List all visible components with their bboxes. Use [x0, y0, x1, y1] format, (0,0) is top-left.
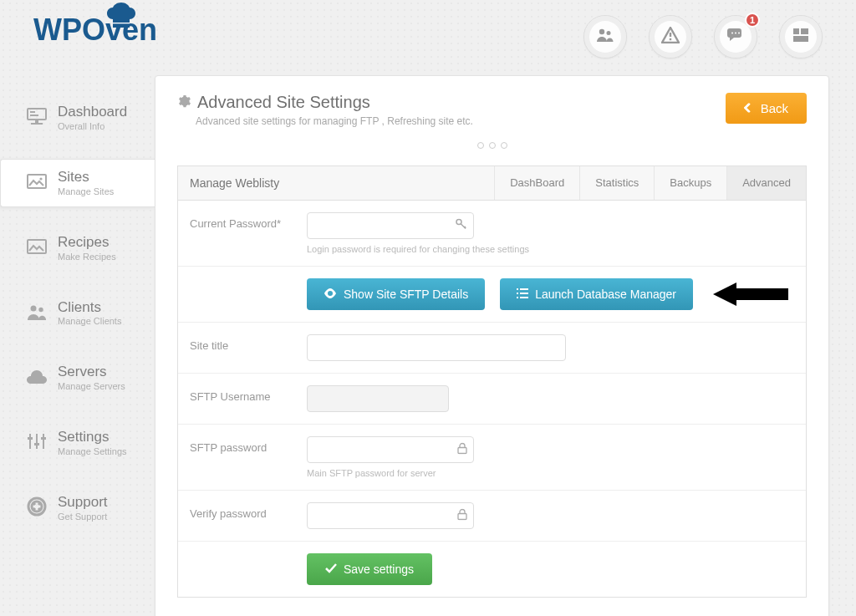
sftp-username-label: SFTP Username: [190, 385, 307, 412]
settings-form: Current Password* Login password is requ…: [177, 201, 807, 598]
page-subtitle: Advanced site settings for managing FTP …: [196, 115, 473, 127]
svg-rect-21: [29, 434, 31, 449]
pager-dots: [177, 137, 807, 152]
sidebar-item-settings[interactable]: Settings Manage Settings: [0, 419, 155, 467]
topbar: WPOven 1: [0, 0, 856, 75]
sidebar-item-sublabel: Make Recipes: [58, 252, 116, 262]
grid-icon: [792, 28, 809, 46]
content-panel: Advanced Site Settings Advanced site set…: [155, 75, 829, 616]
sftp-password-input[interactable]: [307, 436, 474, 463]
tab-statistics[interactable]: Statistics: [579, 166, 654, 200]
alert-icon-button[interactable]: [649, 15, 692, 59]
svg-rect-35: [458, 448, 466, 454]
sftp-password-hint: Main SFTP password for server: [307, 468, 794, 478]
account-icon-button[interactable]: [583, 15, 627, 59]
svg-rect-14: [30, 111, 35, 113]
verify-password-input[interactable]: [307, 502, 474, 529]
lock-icon: [457, 443, 467, 457]
sidebar-item-clients[interactable]: Clients Manage Clients: [0, 289, 155, 338]
sidebar-item-sublabel: Manage Settings: [58, 446, 127, 456]
messages-icon-button[interactable]: 1: [714, 15, 757, 59]
svg-point-2: [607, 31, 611, 35]
svg-rect-8: [793, 28, 799, 34]
logo-wp: WP: [33, 13, 82, 47]
svg-rect-36: [458, 514, 466, 520]
svg-rect-10: [793, 36, 808, 42]
list-icon: [517, 288, 528, 301]
svg-point-19: [31, 305, 37, 311]
tab-dashboard[interactable]: DashBoard: [494, 166, 579, 200]
sidebar-item-label: Sites: [58, 170, 114, 185]
svg-rect-22: [36, 434, 38, 449]
sidebar-item-sublabel: Manage Servers: [58, 381, 125, 391]
sidebar-item-dashboard[interactable]: Dashboard Overall Info: [0, 94, 155, 142]
svg-marker-34: [713, 283, 788, 306]
sidebar-item-recipes[interactable]: Recipes Make Recipes: [0, 224, 155, 272]
svg-rect-30: [517, 293, 518, 294]
current-password-input[interactable]: [307, 212, 474, 239]
clients-icon: [26, 303, 48, 321]
svg-point-1: [599, 29, 604, 34]
manage-label: Manage Weblisty: [178, 166, 494, 200]
tab-advanced[interactable]: Advanced: [726, 166, 806, 200]
svg-point-7: [738, 33, 740, 34]
key-icon: [456, 219, 467, 233]
svg-rect-11: [28, 109, 46, 120]
site-title-input[interactable]: [307, 334, 566, 361]
site-title-label: Site title: [190, 334, 307, 361]
svg-rect-29: [520, 288, 528, 290]
servers-icon: [26, 367, 48, 385]
current-password-label: Current Password*: [190, 212, 307, 254]
sidebar-item-servers[interactable]: Servers Manage Servers: [0, 354, 155, 402]
show-sftp-details-button[interactable]: Show Site SFTP Details: [307, 278, 485, 310]
sidebar-item-sublabel: Manage Clients: [58, 316, 121, 326]
page-title: Advanced Site Settings: [177, 93, 473, 112]
save-settings-button[interactable]: Save settings: [307, 553, 432, 585]
svg-rect-24: [28, 437, 33, 440]
messages-badge: 1: [745, 13, 760, 28]
tab-backups[interactable]: Backups: [654, 166, 726, 200]
sidebar-item-sublabel: Overall Info: [58, 121, 127, 131]
verify-password-label: Verify password: [190, 502, 307, 529]
svg-point-6: [735, 33, 736, 34]
gear-icon: [177, 93, 191, 112]
check-icon: [325, 563, 337, 576]
svg-rect-16: [28, 175, 46, 188]
dashboard-icon: [26, 107, 48, 125]
svg-point-5: [731, 33, 733, 34]
svg-rect-23: [43, 434, 44, 449]
recipes-icon: [26, 237, 48, 256]
sites-icon: [26, 172, 48, 191]
svg-rect-0: [113, 23, 130, 23]
svg-point-17: [39, 177, 42, 180]
lock-icon: [457, 509, 467, 523]
launch-database-manager-button[interactable]: Launch Database Manager: [500, 278, 693, 310]
logo[interactable]: WPOven: [33, 13, 157, 48]
arrow-annotation-icon: [713, 279, 793, 309]
sidebar-item-label: Support: [58, 495, 108, 510]
sftp-username-input: [307, 385, 449, 412]
settings-icon: [26, 432, 48, 451]
sidebar-item-label: Dashboard: [58, 104, 127, 120]
svg-rect-18: [28, 240, 46, 253]
back-icon: [744, 101, 756, 115]
svg-rect-33: [520, 297, 528, 298]
header-actions: 1: [583, 15, 823, 59]
back-button[interactable]: Back: [726, 93, 807, 124]
sidebar-item-sites[interactable]: Sites Manage Sites: [0, 159, 155, 207]
sidebar-item-label: Clients: [58, 300, 121, 315]
svg-rect-3: [670, 33, 671, 37]
sidebar-item-label: Servers: [58, 364, 125, 379]
svg-rect-12: [35, 120, 38, 123]
sidebar-item-label: Settings: [58, 430, 127, 445]
people-icon: [596, 28, 614, 46]
svg-rect-13: [31, 123, 43, 125]
svg-rect-32: [517, 297, 518, 298]
sidebar-item-support[interactable]: Support Get Support: [0, 484, 155, 532]
svg-rect-9: [801, 28, 808, 34]
grid-icon-button[interactable]: [779, 15, 823, 59]
current-password-hint: Login password is required for changing …: [307, 244, 794, 254]
sidebar-item-label: Recipes: [58, 235, 116, 250]
chat-icon: [726, 27, 745, 47]
svg-rect-26: [41, 437, 46, 440]
